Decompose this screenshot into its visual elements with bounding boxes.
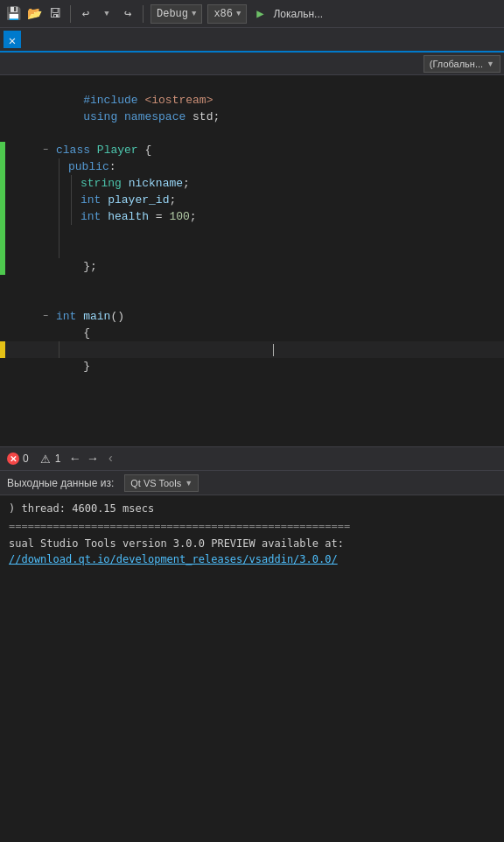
- code-line: [0, 291, 504, 308]
- save-icon[interactable]: 🖫: [47, 6, 63, 22]
- token: ;: [169, 192, 176, 208]
- nav-left-arrow[interactable]: ←: [71, 452, 78, 466]
- green-marker: [0, 225, 5, 242]
- debug-mode-dropdown[interactable]: Debug ▼: [150, 4, 202, 24]
- debug-arrow: ▼: [192, 10, 196, 18]
- code-line: [0, 225, 504, 242]
- toolbar: 💾 📂 🖫 ↩ ▼ ↪ Debug ▼ x86 ▼ ▶ Локальн...: [0, 0, 504, 28]
- arch-dropdown[interactable]: x86 ▼: [207, 4, 247, 24]
- fold-indicator: [38, 275, 52, 291]
- scope-dropdown[interactable]: (Глобальн... ▼: [424, 55, 500, 73]
- token: (): [110, 308, 124, 325]
- line-gutter: [0, 75, 38, 92]
- undo-icon[interactable]: ↩: [78, 6, 94, 22]
- code-line: −class Player {: [0, 142, 504, 158]
- line-content: };: [52, 258, 504, 275]
- line-content: using namespace std;: [52, 109, 504, 125]
- output-source-label: Выходные данные из:: [7, 477, 114, 489]
- toolbar-separator: [70, 5, 71, 23]
- fold-indicator: [38, 92, 52, 109]
- code-editor[interactable]: #include <iostream> using namespace std;…: [0, 75, 504, 446]
- line-content: [65, 242, 504, 258]
- token: main: [83, 308, 110, 325]
- token: player_id: [108, 192, 169, 208]
- indent-guide: [65, 208, 77, 225]
- token: public: [68, 158, 109, 175]
- output-source-dropdown[interactable]: Qt VS Tools ▼: [124, 474, 199, 492]
- code-line: [0, 125, 504, 142]
- code-line: {: [0, 325, 504, 341]
- nav-right-arrow[interactable]: →: [89, 452, 96, 466]
- token: [122, 175, 129, 192]
- token: class: [56, 142, 90, 158]
- line-gutter: [0, 325, 38, 341]
- warning-count-item[interactable]: ⚠ 1: [39, 453, 61, 465]
- token: [56, 92, 83, 109]
- yellow-marker: [0, 341, 5, 358]
- line-gutter: [0, 291, 38, 308]
- green-marker: [0, 258, 5, 275]
- indent-guide: [65, 192, 77, 208]
- fold-indicator[interactable]: −: [38, 308, 52, 325]
- token: [117, 109, 124, 125]
- output-source-value: Qt VS Tools: [130, 478, 181, 488]
- code-line: public:: [0, 158, 504, 175]
- open-icon[interactable]: 📂: [26, 6, 42, 22]
- indent-guide: [52, 208, 65, 225]
- code-line: [0, 341, 504, 358]
- code-line: [0, 275, 504, 291]
- indent-guide: [65, 175, 77, 192]
- indent-guide: [52, 192, 65, 208]
- token: int: [56, 308, 76, 325]
- token: }: [56, 358, 90, 375]
- line-content: [52, 275, 504, 291]
- output-line: ) thread: 4600.15 msecs: [9, 501, 495, 516]
- save-all-icon[interactable]: 💾: [5, 6, 21, 22]
- green-marker: [0, 158, 5, 175]
- toolbar-separator2: [143, 5, 144, 23]
- line-gutter: [0, 125, 38, 142]
- token: namespace: [124, 109, 186, 125]
- error-count-item[interactable]: ✕ 0: [7, 453, 29, 465]
- output-source-arrow: ▼: [185, 479, 192, 488]
- run-button[interactable]: ▶: [252, 6, 268, 22]
- text-cursor: [273, 344, 274, 356]
- fold-indicator: [38, 258, 52, 275]
- warning-count: 1: [55, 453, 61, 465]
- redo-icon[interactable]: ↪: [120, 6, 136, 22]
- code-line: string nickname;: [0, 175, 504, 192]
- token: string: [80, 175, 122, 192]
- run-label: Локальн...: [273, 8, 323, 20]
- fold-indicator: [38, 325, 52, 341]
- fold-indicator: [38, 192, 52, 208]
- token: std;: [186, 109, 220, 125]
- indent-guide: [52, 175, 65, 192]
- token: Player: [97, 142, 138, 158]
- green-marker: [0, 142, 5, 158]
- token: {: [56, 325, 90, 341]
- undo-arrow-icon[interactable]: ▼: [99, 6, 115, 22]
- token: [101, 208, 108, 225]
- line-gutter: [0, 242, 38, 258]
- green-marker: [0, 242, 5, 258]
- scroll-left-icon[interactable]: ‹: [107, 452, 114, 466]
- output-link[interactable]: //download.qt.io/development_releases/vs…: [9, 553, 338, 565]
- indent-guide: [52, 341, 65, 358]
- line-gutter: [0, 158, 38, 175]
- fold-indicator: [38, 341, 52, 358]
- token: <iostream>: [144, 92, 213, 109]
- token: [90, 142, 97, 158]
- line-content: [52, 125, 504, 142]
- fold-indicator[interactable]: −: [38, 142, 52, 158]
- line-content: [52, 75, 504, 92]
- fold-indicator: [38, 225, 52, 242]
- line-gutter: [0, 258, 38, 275]
- warning-icon: ⚠: [39, 453, 52, 465]
- indent-guide: [52, 225, 65, 242]
- output-toolbar: Выходные данные из: Qt VS Tools ▼: [0, 471, 504, 495]
- tab-close-button[interactable]: ✕: [4, 31, 21, 48]
- line-content: class Player {: [52, 142, 504, 158]
- token: :: [109, 158, 116, 175]
- error-circle-icon: ✕: [7, 453, 19, 465]
- token: using: [83, 109, 117, 125]
